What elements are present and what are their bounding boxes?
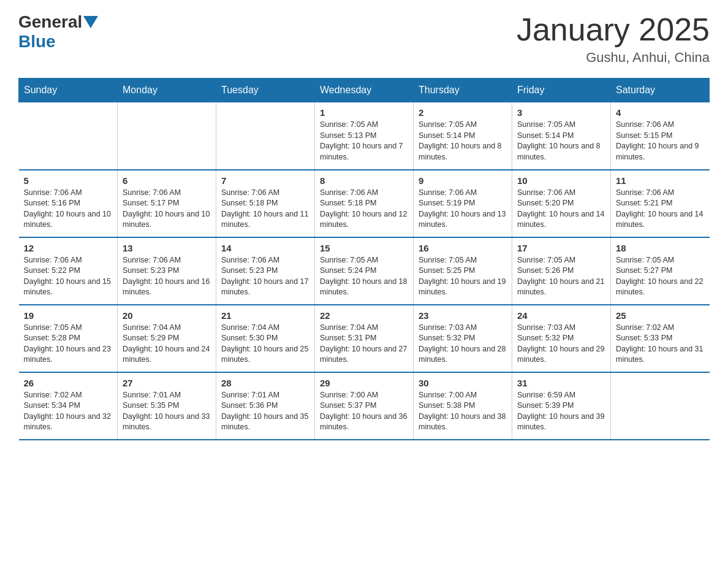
logo: General Blue bbox=[18, 12, 99, 52]
day-info: Sunrise: 7:00 AMSunset: 5:38 PMDaylight:… bbox=[419, 390, 507, 433]
day-number: 16 bbox=[419, 243, 507, 253]
calendar-day-cell: 9Sunrise: 7:06 AMSunset: 5:19 PMDaylight… bbox=[414, 170, 512, 237]
day-info: Sunrise: 7:06 AMSunset: 5:21 PMDaylight:… bbox=[616, 188, 705, 231]
logo-triangle-icon bbox=[83, 16, 98, 28]
day-number: 4 bbox=[616, 107, 705, 118]
calendar-day-cell: 1Sunrise: 7:05 AMSunset: 5:13 PMDaylight… bbox=[315, 102, 414, 170]
day-info: Sunrise: 7:04 AMSunset: 5:29 PMDaylight:… bbox=[123, 323, 211, 366]
day-of-week-header: Wednesday bbox=[315, 79, 414, 102]
day-info: Sunrise: 7:06 AMSunset: 5:22 PMDaylight:… bbox=[24, 255, 113, 298]
calendar-day-cell: 24Sunrise: 7:03 AMSunset: 5:32 PMDayligh… bbox=[512, 305, 611, 372]
calendar-body: 1Sunrise: 7:05 AMSunset: 5:13 PMDaylight… bbox=[19, 102, 710, 440]
calendar-day-cell bbox=[118, 102, 216, 170]
calendar-day-cell bbox=[216, 102, 315, 170]
day-info: Sunrise: 7:06 AMSunset: 5:19 PMDaylight:… bbox=[419, 188, 507, 231]
calendar-day-cell: 26Sunrise: 7:02 AMSunset: 5:34 PMDayligh… bbox=[19, 372, 118, 440]
day-info: Sunrise: 7:06 AMSunset: 5:20 PMDaylight:… bbox=[517, 188, 605, 231]
calendar-day-cell: 30Sunrise: 7:00 AMSunset: 5:38 PMDayligh… bbox=[414, 372, 512, 440]
day-number: 17 bbox=[517, 243, 605, 253]
day-number: 28 bbox=[221, 378, 309, 388]
day-of-week-header: Monday bbox=[118, 79, 216, 102]
calendar-day-cell: 23Sunrise: 7:03 AMSunset: 5:32 PMDayligh… bbox=[414, 305, 512, 372]
day-number: 14 bbox=[221, 243, 309, 253]
day-of-week-header: Sunday bbox=[19, 79, 118, 102]
calendar-day-cell: 27Sunrise: 7:01 AMSunset: 5:35 PMDayligh… bbox=[118, 372, 216, 440]
calendar-day-cell: 20Sunrise: 7:04 AMSunset: 5:29 PMDayligh… bbox=[118, 305, 216, 372]
day-number: 27 bbox=[123, 378, 211, 388]
day-info: Sunrise: 7:05 AMSunset: 5:28 PMDaylight:… bbox=[24, 323, 113, 366]
day-number: 20 bbox=[123, 310, 211, 321]
day-info: Sunrise: 7:05 AMSunset: 5:24 PMDaylight:… bbox=[320, 255, 408, 298]
day-number: 12 bbox=[24, 243, 113, 253]
day-info: Sunrise: 7:00 AMSunset: 5:37 PMDaylight:… bbox=[320, 390, 408, 433]
day-number: 29 bbox=[320, 378, 408, 388]
day-info: Sunrise: 7:06 AMSunset: 5:23 PMDaylight:… bbox=[123, 255, 211, 298]
day-info: Sunrise: 7:06 AMSunset: 5:23 PMDaylight:… bbox=[221, 255, 309, 298]
day-of-week-header: Friday bbox=[512, 79, 611, 102]
day-of-week-header: Tuesday bbox=[216, 79, 315, 102]
day-number: 10 bbox=[517, 175, 605, 186]
day-number: 23 bbox=[419, 310, 507, 321]
day-number: 8 bbox=[320, 175, 408, 186]
calendar-day-cell: 7Sunrise: 7:06 AMSunset: 5:18 PMDaylight… bbox=[216, 170, 315, 237]
calendar-day-cell: 28Sunrise: 7:01 AMSunset: 5:36 PMDayligh… bbox=[216, 372, 315, 440]
day-number: 19 bbox=[24, 310, 113, 321]
day-number: 11 bbox=[616, 175, 705, 186]
calendar-day-cell: 22Sunrise: 7:04 AMSunset: 5:31 PMDayligh… bbox=[315, 305, 414, 372]
day-number: 30 bbox=[419, 378, 507, 388]
day-of-week-header: Saturday bbox=[611, 79, 710, 102]
day-number: 7 bbox=[221, 175, 309, 186]
day-number: 24 bbox=[517, 310, 605, 321]
calendar-day-cell: 19Sunrise: 7:05 AMSunset: 5:28 PMDayligh… bbox=[19, 305, 118, 372]
day-number: 26 bbox=[24, 378, 113, 388]
calendar-week-row: 26Sunrise: 7:02 AMSunset: 5:34 PMDayligh… bbox=[19, 372, 710, 440]
day-info: Sunrise: 7:05 AMSunset: 5:14 PMDaylight:… bbox=[517, 120, 605, 163]
day-info: Sunrise: 7:06 AMSunset: 5:16 PMDaylight:… bbox=[24, 188, 113, 231]
day-info: Sunrise: 7:02 AMSunset: 5:33 PMDaylight:… bbox=[616, 323, 705, 366]
calendar-day-cell: 4Sunrise: 7:06 AMSunset: 5:15 PMDaylight… bbox=[611, 102, 710, 170]
calendar-day-cell: 29Sunrise: 7:00 AMSunset: 5:37 PMDayligh… bbox=[315, 372, 414, 440]
calendar-day-cell: 17Sunrise: 7:05 AMSunset: 5:26 PMDayligh… bbox=[512, 237, 611, 305]
calendar-day-cell: 10Sunrise: 7:06 AMSunset: 5:20 PMDayligh… bbox=[512, 170, 611, 237]
calendar-header: SundayMondayTuesdayWednesdayThursdayFrid… bbox=[19, 79, 710, 102]
day-number: 13 bbox=[123, 243, 211, 253]
logo-general-text: General bbox=[18, 12, 82, 32]
calendar-day-cell: 2Sunrise: 7:05 AMSunset: 5:14 PMDaylight… bbox=[414, 102, 512, 170]
day-number: 9 bbox=[419, 175, 507, 186]
calendar-day-cell: 11Sunrise: 7:06 AMSunset: 5:21 PMDayligh… bbox=[611, 170, 710, 237]
day-info: Sunrise: 7:02 AMSunset: 5:34 PMDaylight:… bbox=[24, 390, 113, 433]
day-number: 22 bbox=[320, 310, 408, 321]
calendar-day-cell: 6Sunrise: 7:06 AMSunset: 5:17 PMDaylight… bbox=[118, 170, 216, 237]
day-number: 2 bbox=[419, 107, 507, 118]
day-number: 25 bbox=[616, 310, 705, 321]
day-info: Sunrise: 7:05 AMSunset: 5:13 PMDaylight:… bbox=[320, 120, 408, 163]
day-number: 1 bbox=[320, 107, 408, 118]
calendar-week-row: 5Sunrise: 7:06 AMSunset: 5:16 PMDaylight… bbox=[19, 170, 710, 237]
day-info: Sunrise: 7:06 AMSunset: 5:15 PMDaylight:… bbox=[616, 120, 705, 163]
calendar-day-cell: 21Sunrise: 7:04 AMSunset: 5:30 PMDayligh… bbox=[216, 305, 315, 372]
calendar-week-row: 12Sunrise: 7:06 AMSunset: 5:22 PMDayligh… bbox=[19, 237, 710, 305]
day-info: Sunrise: 7:05 AMSunset: 5:27 PMDaylight:… bbox=[616, 255, 705, 298]
title-section: January 2025 Gushu, Anhui, China bbox=[517, 12, 710, 66]
days-of-week-row: SundayMondayTuesdayWednesdayThursdayFrid… bbox=[19, 79, 710, 102]
day-number: 31 bbox=[517, 378, 605, 388]
day-of-week-header: Thursday bbox=[414, 79, 512, 102]
calendar-day-cell: 13Sunrise: 7:06 AMSunset: 5:23 PMDayligh… bbox=[118, 237, 216, 305]
calendar-week-row: 19Sunrise: 7:05 AMSunset: 5:28 PMDayligh… bbox=[19, 305, 710, 372]
calendar-week-row: 1Sunrise: 7:05 AMSunset: 5:13 PMDaylight… bbox=[19, 102, 710, 170]
calendar-day-cell: 12Sunrise: 7:06 AMSunset: 5:22 PMDayligh… bbox=[19, 237, 118, 305]
calendar-day-cell: 16Sunrise: 7:05 AMSunset: 5:25 PMDayligh… bbox=[414, 237, 512, 305]
location-text: Gushu, Anhui, China bbox=[517, 50, 710, 66]
day-info: Sunrise: 7:06 AMSunset: 5:18 PMDaylight:… bbox=[221, 188, 309, 231]
day-number: 6 bbox=[123, 175, 211, 186]
day-info: Sunrise: 7:03 AMSunset: 5:32 PMDaylight:… bbox=[517, 323, 605, 366]
calendar-table: SundayMondayTuesdayWednesdayThursdayFrid… bbox=[18, 78, 710, 440]
calendar-day-cell: 3Sunrise: 7:05 AMSunset: 5:14 PMDaylight… bbox=[512, 102, 611, 170]
day-info: Sunrise: 7:06 AMSunset: 5:18 PMDaylight:… bbox=[320, 188, 408, 231]
day-info: Sunrise: 6:59 AMSunset: 5:39 PMDaylight:… bbox=[517, 390, 605, 433]
calendar-day-cell: 8Sunrise: 7:06 AMSunset: 5:18 PMDaylight… bbox=[315, 170, 414, 237]
day-number: 21 bbox=[221, 310, 309, 321]
day-number: 3 bbox=[517, 107, 605, 118]
calendar-day-cell: 14Sunrise: 7:06 AMSunset: 5:23 PMDayligh… bbox=[216, 237, 315, 305]
day-info: Sunrise: 7:03 AMSunset: 5:32 PMDaylight:… bbox=[419, 323, 507, 366]
